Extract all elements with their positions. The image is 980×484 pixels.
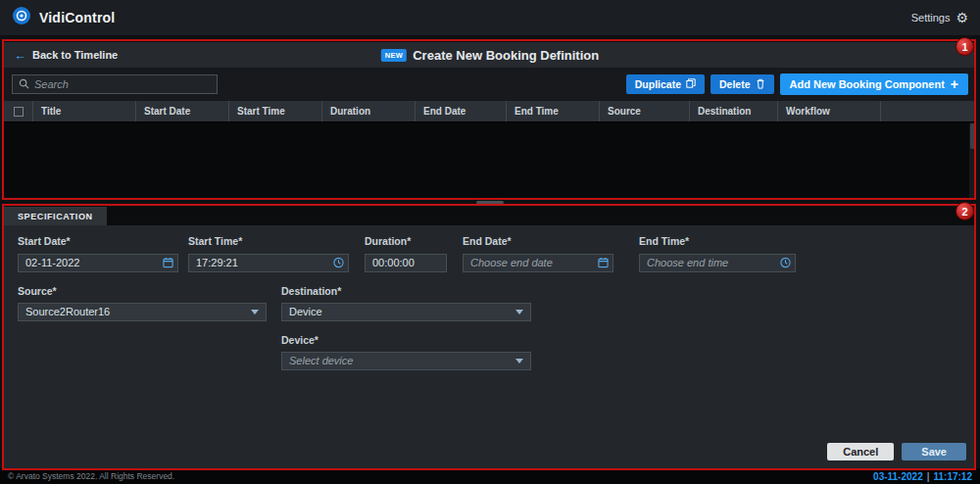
back-arrow-icon: ← <box>14 49 26 62</box>
gear-icon[interactable]: ⚙ <box>956 11 968 24</box>
column-header-start-time[interactable]: Start Time <box>229 101 322 121</box>
tab-specification[interactable]: SPECIFICATION <box>4 207 107 225</box>
add-new-booking-component-button[interactable]: Add New Booking Component + <box>780 73 968 95</box>
source-select[interactable]: Source2Router16 <box>18 303 267 321</box>
column-header-workflow[interactable]: Workflow <box>778 101 881 121</box>
end-date-input[interactable] <box>463 254 613 272</box>
device-select[interactable]: Select device <box>281 352 531 370</box>
select-all-checkbox[interactable] <box>14 107 24 117</box>
clock-icon[interactable] <box>780 257 791 267</box>
start-time-field-group: Start Time* <box>188 235 349 272</box>
calendar-icon[interactable] <box>163 257 173 267</box>
form-actions: Cancel Save <box>827 443 966 460</box>
start-time-input[interactable] <box>188 254 349 272</box>
chevron-down-icon <box>515 310 523 315</box>
column-header-duration[interactable]: Duration <box>322 101 416 121</box>
destination-field-group: Destination* Device <box>281 285 531 321</box>
footer-date: 03-11-2022 <box>873 471 923 482</box>
column-header-destination[interactable]: Destination <box>690 101 778 121</box>
copy-icon <box>686 78 696 90</box>
logo-area: VidiControl <box>12 6 115 29</box>
panel-splitter <box>4 198 976 207</box>
trash-icon <box>756 78 765 91</box>
app-header: VidiControl Settings ⚙ <box>0 0 980 35</box>
booking-panel-header: ← Back to Timeline NEW Create New Bookin… <box>4 42 976 68</box>
panel-resize-handle[interactable] <box>476 201 504 204</box>
spec-tab-strip: SPECIFICATION <box>4 207 976 225</box>
end-date-field-group: End Date* <box>463 235 613 272</box>
source-label: Source* <box>18 285 267 297</box>
plus-icon: + <box>951 77 958 91</box>
source-select-value: Source2Router16 <box>25 306 110 317</box>
app-footer: © Arvato Systems 2022. All Rights Reserv… <box>0 468 980 484</box>
chevron-down-icon <box>515 359 523 363</box>
select-all-cell <box>4 101 33 121</box>
start-date-input[interactable] <box>18 254 178 272</box>
end-time-label: End Time* <box>639 235 796 247</box>
back-to-timeline-link[interactable]: ← Back to Timeline <box>14 49 118 62</box>
end-date-label: End Date* <box>463 235 613 247</box>
booking-table-header: Title Start Date Start Time Duration End… <box>4 101 976 122</box>
page-title: Create New Booking Definition <box>413 48 599 63</box>
settings-button[interactable]: Settings ⚙ <box>911 11 968 24</box>
duration-field-group: Duration* <box>365 235 447 272</box>
destination-select-value: Device <box>289 306 322 317</box>
column-header-end-time[interactable]: End Time <box>507 101 600 121</box>
column-header-source[interactable]: Source <box>600 101 690 121</box>
settings-label: Settings <box>911 12 951 24</box>
device-label: Device* <box>281 334 531 346</box>
copyright-text: © Arvato Systems 2022. All Rights Reserv… <box>8 471 174 481</box>
cancel-button[interactable]: Cancel <box>827 443 894 460</box>
toolbar-buttons: Duplicate Delete Add New Booking Comp <box>626 73 968 95</box>
column-header-end-date[interactable]: End Date <box>416 101 507 121</box>
booking-toolbar: Duplicate Delete Add New Booking Comp <box>4 68 976 101</box>
booking-list-panel: ← Back to Timeline NEW Create New Bookin… <box>4 42 976 198</box>
start-date-label: Start Date* <box>18 235 178 247</box>
device-field-group: Device* Select device <box>281 334 531 370</box>
table-scrollbar-thumb[interactable] <box>970 123 975 149</box>
calendar-icon[interactable] <box>598 257 609 267</box>
specification-form: Start Date* Start Time* <box>4 225 976 468</box>
specification-panel: SPECIFICATION Start Date* <box>4 207 976 468</box>
form-row-device: Device* Select device <box>18 334 962 370</box>
start-date-field-group: Start Date* <box>18 235 178 272</box>
footer-time: 11:17:12 <box>934 471 972 482</box>
duplicate-label: Duplicate <box>635 78 681 90</box>
search-box[interactable] <box>12 74 218 94</box>
source-field-group: Source* Source2Router16 <box>18 285 267 321</box>
save-button[interactable]: Save <box>902 443 966 460</box>
panel-title-wrap: NEW Create New Booking Definition <box>381 48 599 63</box>
column-header-filler <box>881 101 976 121</box>
destination-label: Destination* <box>281 285 531 297</box>
column-header-start-date[interactable]: Start Date <box>136 101 229 121</box>
search-input[interactable] <box>34 78 211 90</box>
duration-label: Duration* <box>365 235 447 247</box>
vidicontrol-logo-icon <box>12 6 31 29</box>
duration-input[interactable] <box>365 254 447 272</box>
table-scrollbar[interactable] <box>969 122 976 198</box>
footer-separator: | <box>927 471 930 482</box>
delete-button[interactable]: Delete <box>710 74 774 94</box>
new-badge: NEW <box>381 49 407 62</box>
device-select-placeholder: Select device <box>289 355 353 366</box>
delete-label: Delete <box>719 78 751 90</box>
end-time-input[interactable] <box>639 254 796 272</box>
back-link-label: Back to Timeline <box>32 49 118 61</box>
column-header-title[interactable]: Title <box>33 101 136 121</box>
form-row-routing: Source* Source2Router16 Destination* Dev… <box>18 285 962 321</box>
booking-table-body-empty <box>4 122 976 198</box>
end-time-field-group: End Time* <box>639 235 796 272</box>
clock-icon[interactable] <box>333 257 344 267</box>
add-button-label: Add New Booking Component <box>790 78 945 90</box>
search-icon <box>19 75 29 93</box>
footer-datetime: 03-11-2022 | 11:17:12 <box>873 471 972 482</box>
app-title: VidiControl <box>39 10 115 25</box>
form-row-datetime: Start Date* Start Time* <box>18 235 962 272</box>
start-time-label: Start Time* <box>188 235 349 247</box>
duplicate-button[interactable]: Duplicate <box>626 74 705 94</box>
chevron-down-icon <box>251 310 259 315</box>
destination-select[interactable]: Device <box>281 303 531 321</box>
